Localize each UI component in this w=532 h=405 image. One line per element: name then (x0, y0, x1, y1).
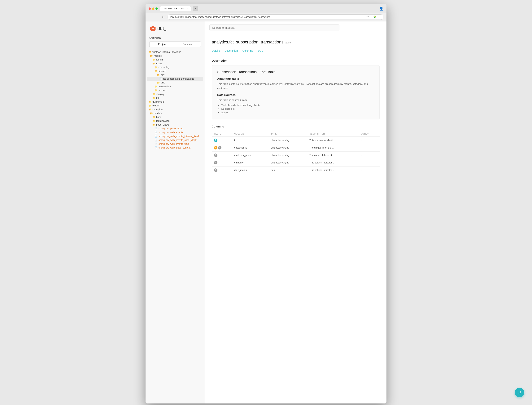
tree-item-identification[interactable]: 📁 identification (147, 119, 203, 123)
back-button[interactable]: ← (149, 15, 154, 19)
tab-project[interactable]: Project (149, 41, 175, 47)
page-badge: table (285, 41, 291, 44)
desc-title: Subscription Transactions - Fact Table (217, 70, 374, 74)
tree-label: utils (161, 81, 165, 84)
cell-tests: N (212, 151, 232, 159)
tree-item-utils[interactable]: 📁 utils (147, 81, 203, 85)
tree-item-admin[interactable]: 📁 admin (147, 58, 203, 62)
file-orange-icon: 📄 (155, 139, 158, 142)
tree-item-consulting[interactable]: 📁 consulting (147, 66, 203, 69)
list-item: Stripe (221, 111, 374, 114)
table-row[interactable]: N customer_name character varying The na… (212, 151, 380, 159)
file-orange-icon: 📄 (155, 127, 158, 130)
cell-column-name: customer_id (232, 144, 269, 151)
tree-item-snowplow-models[interactable]: 📂 models (147, 111, 203, 115)
tab-sql[interactable]: SQL (258, 48, 263, 54)
tree-item-staging[interactable]: 📁 staging (147, 92, 203, 96)
tree-label: identification (156, 120, 170, 122)
col-header-column: COLUMN (232, 131, 269, 137)
columns-section: Columns TESTS COLUMN TYPE DESCRIPTION MO… (212, 125, 380, 174)
columns-thead: TESTS COLUMN TYPE DESCRIPTION MORE? (212, 131, 380, 137)
tree-item-base[interactable]: 📁 base (147, 115, 203, 119)
chevron-right-icon: › (361, 139, 361, 142)
cell-more[interactable]: › (358, 166, 380, 174)
tree-item-finance[interactable]: 📂 finance (147, 69, 203, 73)
dbt-logo: dbt_ (149, 25, 166, 32)
tab-description[interactable]: Description (224, 48, 238, 54)
cell-column-name: id (232, 136, 269, 144)
folder-icon: 📁 (149, 104, 151, 107)
close-button[interactable] (149, 7, 151, 10)
tree-item-page-views[interactable]: 📂 page_views (147, 123, 203, 127)
tree-label: fct_subscription_transactions (163, 78, 194, 80)
tree-item-snowplow[interactable]: 📂 snowplow (147, 108, 203, 111)
tree-item-snowplow-scroll[interactable]: 📄 snowplow_web_events_scroll_depth (147, 138, 203, 142)
minimize-button[interactable] (152, 7, 154, 10)
tree-item-transactions[interactable]: 📁 transactions (147, 85, 203, 88)
table-row[interactable]: F N customer_id character varying The un… (212, 144, 380, 151)
cell-more[interactable]: › (358, 144, 380, 151)
cell-more[interactable]: › (358, 151, 380, 159)
page-title: analytics.fct_subscription_transactions (212, 40, 283, 45)
tree-item-quickbooks[interactable]: 📁 quickbooks (147, 100, 203, 104)
tree-item-fishtown[interactable]: 📂 fishtown_internal_analytics (147, 50, 203, 54)
new-tab-button[interactable]: + (193, 6, 198, 11)
tab-details[interactable]: Details (212, 48, 220, 54)
tree-label: product (158, 89, 167, 92)
columns-header-row: TESTS COLUMN TYPE DESCRIPTION MORE? (212, 131, 380, 137)
cell-column-name: date_month (232, 166, 269, 174)
tree-item-snowplow-web-events-internal[interactable]: 📄 snowplow_web_events_internal_fixed (147, 134, 203, 138)
app-logo: dbt_ (145, 21, 205, 34)
shield-icon: 🛡 (366, 15, 369, 19)
list-item: Trello boards for consulting clients (221, 104, 374, 107)
cell-type: character varying (269, 144, 307, 151)
profile-icon[interactable]: 👤 (379, 7, 383, 11)
cell-tests: N (212, 159, 232, 166)
refresh-button[interactable]: ↻ (161, 15, 166, 19)
dbt-icon (149, 25, 156, 32)
browser-window: Overview - DBT Docs ✕ + 👤 ← → ↻ localhos… (145, 4, 387, 404)
table-row[interactable]: N date_month date This column indicates … (212, 166, 380, 174)
tree-item-snowplow-time[interactable]: 📄 snowplow_web_events_time (147, 142, 203, 146)
col-header-type: TYPE (269, 131, 307, 137)
file-icon: 📄 (159, 78, 162, 80)
tree-item-snowplow-web-events[interactable]: 📄 snowplow_web_events (147, 130, 203, 134)
tree-item-fct-subscription[interactable]: 📄 fct_subscription_transactions (147, 77, 203, 81)
tree-item-product[interactable]: 📁 product (147, 88, 203, 92)
maximize-button[interactable] (156, 7, 158, 10)
columns-heading: Columns (212, 125, 380, 128)
tab-close-icon[interactable]: ✕ (186, 8, 188, 10)
forward-button[interactable]: → (155, 15, 160, 19)
tree-label: marts (156, 62, 162, 65)
browser-tab[interactable]: Overview - DBT Docs ✕ (160, 6, 191, 11)
folder-icon: 📁 (155, 85, 158, 88)
search-input[interactable] (209, 25, 339, 31)
tree-item-snowplow-page-context[interactable]: 📄 snowplow_web_page_context (147, 146, 203, 150)
tree-label: models (154, 112, 162, 115)
app-layout: dbt_ Overview Project Database 📂 fishtow… (145, 21, 387, 404)
col-header-more: MORE? (358, 131, 380, 137)
cell-description: The name of the custo... (307, 151, 358, 159)
tab-database[interactable]: Database (175, 41, 201, 47)
table-row[interactable]: N category character varying This column… (212, 159, 380, 166)
table-row[interactable]: P id character varying This is a unique … (212, 136, 380, 144)
desc-sources-heading: Data Sources (217, 93, 374, 96)
test-badges: F N (214, 146, 230, 149)
tab-columns[interactable]: Columns (243, 48, 253, 54)
address-bar[interactable]: localhost:8080/index.html#!/model/model.… (168, 14, 383, 20)
tree-label: util (156, 97, 159, 99)
badge-not-null: N (214, 154, 217, 157)
tree-item-snowplow-page-views[interactable]: 📄 snowplow_page_views (147, 127, 203, 130)
tree-item-mrr[interactable]: 📂 mrr (147, 73, 203, 77)
tree-item-models[interactable]: 📂 models (147, 54, 203, 58)
tree-item-marts[interactable]: 📂 marts (147, 62, 203, 66)
tree-label: snowplow_web_page_context (158, 146, 190, 149)
cell-more[interactable]: › (358, 136, 380, 144)
col-header-tests: TESTS (212, 131, 232, 137)
browser-toolbar: ← → ↻ localhost:8080/index.html#!/model/… (145, 13, 387, 21)
tree-item-redshift[interactable]: 📁 redshift (147, 104, 203, 108)
tree-item-util[interactable]: 📁 util (147, 96, 203, 100)
badge-not-null: N (214, 169, 217, 172)
dbt-text-label: dbt_ (157, 26, 166, 31)
cell-more[interactable]: › (358, 159, 380, 166)
